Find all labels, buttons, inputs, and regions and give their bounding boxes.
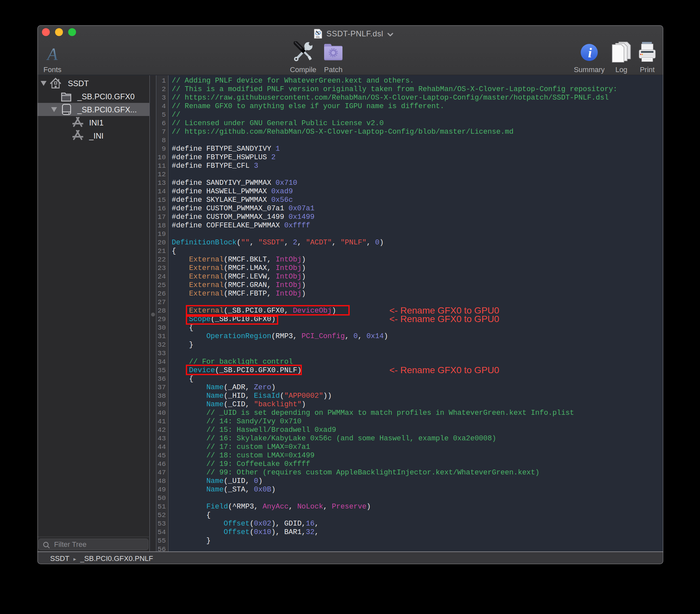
svg-text:DSL: DSL	[316, 36, 320, 38]
svg-text:A: A	[46, 46, 58, 62]
svg-text:i: i	[588, 45, 592, 60]
